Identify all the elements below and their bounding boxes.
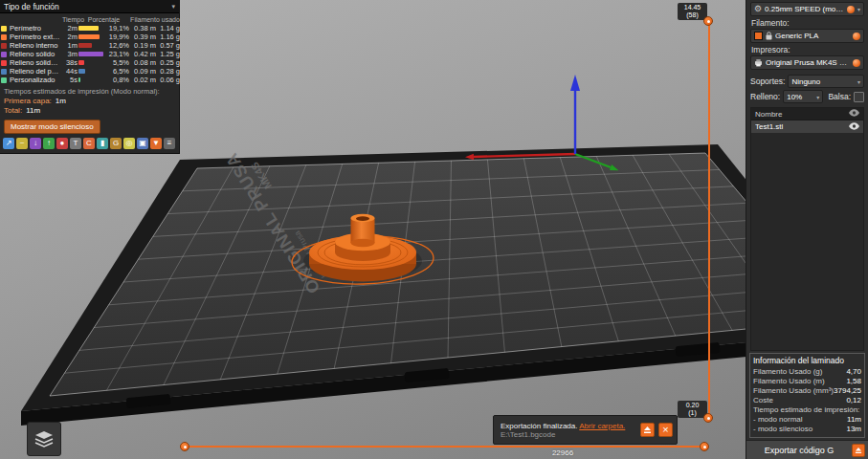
edit-preset-sphere-icon[interactable]	[853, 59, 860, 67]
feature-filament-g: 0.28 g	[157, 67, 180, 76]
layer-height-value: 14.45	[678, 4, 707, 11]
filament-label: Filamento:	[746, 16, 868, 28]
infill-dropdown[interactable]: 10% ▾	[783, 90, 823, 103]
brim-label: Balsa:	[828, 92, 851, 101]
wipe-icon[interactable]: ~	[16, 138, 28, 149]
seams-icon[interactable]: ●	[56, 138, 68, 149]
layer-slider-upper-handle[interactable]	[703, 16, 713, 26]
print-settings-dropdown[interactable]: ⚙ 0.25mm SPEED (modificado) ▾	[750, 2, 864, 16]
brim-checkbox[interactable]	[854, 92, 864, 102]
printer-dropdown[interactable]: Original Prusa MK4S HF0.4 nozzle	[750, 55, 864, 70]
legend-feature-row[interactable]: Perímetro2m19,1%0.38 m1.14 g	[0, 24, 179, 33]
layer-height-value: 0.20	[678, 402, 707, 409]
sidebar: ⚙ 0.25mm SPEED (modificado) ▾ Filamento:…	[746, 0, 868, 459]
supports-row: Soportes: Ninguno ▾	[746, 73, 868, 88]
feature-name: Personalizado	[10, 76, 61, 84]
feature-percent-bar	[78, 26, 105, 32]
retractions-icon[interactable]: ↓	[30, 138, 41, 149]
feature-percent: 5,5%	[106, 58, 129, 67]
travel-icon[interactable]: ↗	[3, 138, 14, 149]
toast-title: Exportación finalizada.	[501, 422, 578, 430]
filament-color-swatch	[754, 32, 763, 40]
custom-gcodes-icon[interactable]: G	[110, 138, 122, 149]
feature-percent: 12,6%	[106, 41, 129, 50]
shells-icon[interactable]: ▣	[137, 138, 148, 149]
horizontal-move-slider[interactable]	[185, 446, 705, 448]
layer-slider-top-tooltip: 14.45 (58)	[678, 3, 707, 20]
feature-filament-m: 0.02 m	[130, 76, 156, 84]
eject-drive-button[interactable]	[640, 423, 655, 437]
printer-icon	[754, 58, 763, 67]
eye-icon[interactable]	[849, 122, 859, 132]
sliced-info-time-row: - modo silencioso13m	[753, 425, 861, 434]
sliced-info-time-row: - modo normal11m	[753, 415, 861, 425]
feature-filament-g: 1.14 g	[157, 24, 180, 33]
layers-icon	[33, 428, 55, 449]
legend-feature-row[interactable]: Relleno sólido superior38s5,5%0.08 m0.25…	[0, 58, 179, 67]
feature-percent-bar	[78, 43, 105, 49]
feature-time: 3m	[62, 50, 78, 58]
feature-time: 44s	[62, 67, 78, 76]
center-of-gravity-icon[interactable]: ◎	[123, 138, 135, 149]
eject-icon	[855, 447, 862, 454]
filament-profile-name: Generic PLA	[775, 32, 850, 40]
object-name: Test1.stl	[755, 122, 849, 131]
feature-percent-bar	[78, 52, 105, 57]
feature-percent-bar	[78, 60, 105, 66]
filament-dropdown[interactable]: Generic PLA	[750, 29, 864, 43]
eye-icon	[849, 109, 859, 119]
close-toast-button[interactable]: ×	[658, 423, 673, 437]
move-slider-right-handle[interactable]	[700, 442, 709, 451]
feature-name: Perímetro	[10, 24, 61, 33]
edit-preset-sphere-icon[interactable]	[853, 33, 860, 40]
supports-dropdown[interactable]: Ninguno ▾	[788, 75, 864, 88]
legend-feature-row[interactable]: Relleno interno1m12,6%0.19 m0.57 g	[0, 41, 179, 50]
legend-feature-row[interactable]: Relleno sólido3m23,1%0.42 m1.25 g	[0, 50, 179, 58]
layer-slider-lower-handle[interactable]	[703, 413, 713, 423]
legend-feature-row[interactable]: Relleno del puente44s6,5%0.09 m0.28 g	[0, 67, 179, 76]
show-stealth-mode-button[interactable]: Mostrar modo silencioso	[4, 120, 100, 134]
layer-index-value: (58)	[678, 11, 707, 19]
estimated-times-heading: Tiempos estimados de impresión (Modo nor…	[0, 84, 179, 97]
column-header-filament: Filamento usado	[130, 16, 180, 23]
tool-changes-icon[interactable]: T	[70, 138, 81, 149]
feature-filament-m: 0.09 m	[130, 67, 156, 76]
printer-label: Impresora:	[746, 43, 868, 55]
feature-filament-m: 0.38 m	[130, 24, 156, 33]
infill-row: Relleno: 10% ▾ Balsa:	[746, 88, 868, 103]
vertical-layer-slider[interactable]	[708, 25, 710, 417]
feature-percent: 0,8%	[106, 76, 129, 84]
legend-feature-row[interactable]: Perímetro externo2m19,9%0.39 m1.16 g	[0, 33, 179, 41]
feature-name: Relleno interno	[10, 41, 61, 50]
pause-prints-icon[interactable]: ▮	[97, 138, 108, 149]
tool-marker-icon[interactable]: ▼	[150, 138, 162, 149]
eject-sd-button[interactable]	[852, 444, 865, 457]
eject-icon	[643, 426, 652, 434]
feature-color-swatch	[1, 69, 7, 75]
color-changes-icon[interactable]: C	[83, 138, 95, 149]
sliced-info-panel: Información del laminado Filamento Usado…	[749, 353, 865, 438]
view-type-dropdown[interactable]: Tipo de función ▾	[0, 0, 179, 13]
print-bed: ORIGINAL PRUSA MK4S by Josef Prusa	[21, 143, 867, 426]
print-profile-name: 0.25mm SPEED (modificado)	[765, 5, 844, 13]
legend-toggle-icon[interactable]: ≡	[164, 138, 175, 149]
sliced-info-row: Filamento Usado (mm³)3794,25	[753, 386, 861, 396]
feature-color-swatch	[1, 52, 7, 57]
deretractions-icon[interactable]: ↑	[43, 138, 55, 149]
feature-time: 2m	[62, 33, 78, 41]
supports-value: Ninguno	[791, 77, 820, 86]
feature-color-swatch	[1, 43, 7, 49]
object-list-item[interactable]: Test1.stl	[751, 120, 863, 133]
layers-view-toggle-button[interactable]	[27, 422, 61, 456]
export-bar: Exportar código G	[746, 440, 868, 459]
open-folder-link[interactable]: Abrir carpeta.	[579, 422, 625, 430]
prusaslicer-window: ORIGINAL PRUSA MK4S by Josef Prusa	[0, 0, 868, 459]
sliced-info-row: Filamento Usado (m)1,58	[753, 377, 861, 386]
feature-color-swatch	[1, 26, 7, 32]
edit-preset-sphere-icon[interactable]	[847, 6, 855, 13]
export-gcode-button[interactable]: Exportar código G	[746, 446, 852, 455]
move-slider-left-handle[interactable]	[180, 442, 189, 451]
legend-feature-row[interactable]: Personalizado5s0,8%0.02 m0.06 g	[0, 76, 179, 84]
feature-percent: 19,1%	[106, 24, 129, 33]
legend-column-headers: Tiempo Porcentaje Filamento usado	[0, 14, 179, 24]
